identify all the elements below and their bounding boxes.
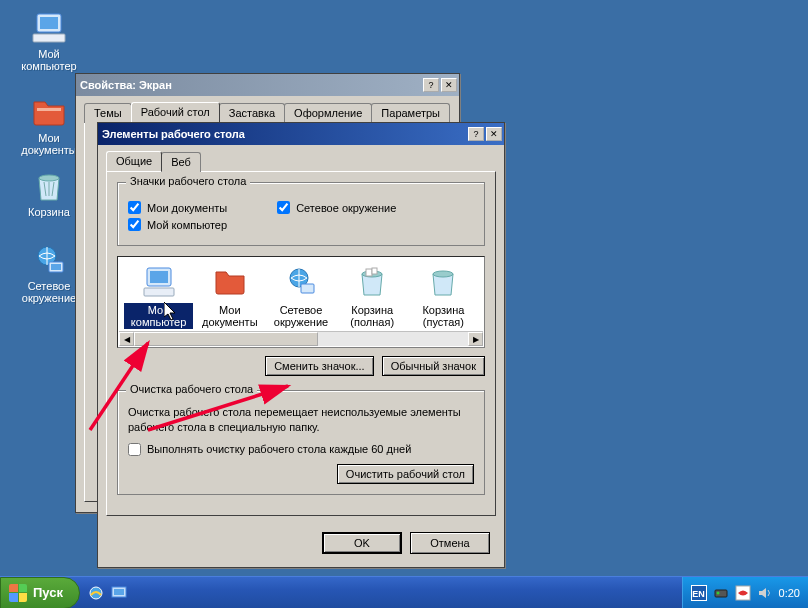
tab-desktop[interactable]: Рабочий стол — [131, 102, 220, 122]
icon-item-recycle-full[interactable]: Корзина (полная) — [338, 265, 407, 329]
tab-strip: Общие Веб — [98, 145, 504, 171]
groupbox-cleanup: Очистка рабочего стола Очистка рабочего … — [117, 390, 485, 495]
horizontal-scrollbar[interactable]: ◀ ▶ — [119, 331, 483, 346]
my-computer-icon — [142, 265, 176, 299]
tab-screensaver[interactable]: Заставка — [219, 103, 285, 123]
groupbox-desktop-icons: Значки рабочего стола Мои документы Мой … — [117, 182, 485, 246]
icon-item-my-documents[interactable]: Мои документы — [195, 265, 264, 329]
svg-point-4 — [39, 175, 59, 181]
icon-item-label: Корзина (пустая) — [409, 303, 478, 329]
taskbar: Пуск EN 0:20 — [0, 576, 808, 608]
cleanup-description: Очистка рабочего стола перемещает неиспо… — [128, 405, 474, 435]
desktop-icon-recycle[interactable]: Корзина — [14, 166, 84, 218]
icon-item-my-computer[interactable]: Мой компьютер — [124, 265, 193, 329]
icon-item-label: Корзина (полная) — [338, 303, 407, 329]
group-legend: Очистка рабочего стола — [126, 383, 257, 395]
ql-desktop-icon[interactable] — [109, 583, 129, 603]
ql-ie-icon[interactable] — [86, 583, 106, 603]
desktop-icon-label: Мои документы — [14, 132, 84, 156]
cleanup-now-button[interactable]: Очистить рабочий стол — [337, 464, 474, 484]
window-title: Элементы рабочего стола — [102, 128, 466, 140]
group-legend: Значки рабочего стола — [126, 175, 250, 187]
checkbox-label[interactable]: Мой компьютер — [147, 219, 227, 231]
checkbox-my-documents[interactable] — [128, 201, 141, 214]
svg-rect-9 — [150, 271, 168, 283]
desktop-icon-my-computer[interactable]: Мой компьютер — [14, 8, 84, 72]
tab-themes[interactable]: Темы — [84, 103, 132, 123]
icon-item-label: Мой компьютер — [124, 303, 193, 329]
svg-rect-19 — [114, 589, 124, 595]
icon-item-label: Мои документы — [195, 303, 264, 329]
icon-item-label: Сетевое окружение — [266, 303, 335, 329]
tab-panel: Значки рабочего стола Мои документы Мой … — [106, 171, 496, 516]
svg-point-16 — [433, 271, 453, 277]
my-documents-icon — [31, 94, 67, 130]
system-tray: EN 0:20 — [682, 577, 808, 608]
tab-settings[interactable]: Параметры — [371, 103, 450, 123]
scroll-right-button[interactable]: ▶ — [468, 332, 483, 346]
default-icon-button[interactable]: Обычный значок — [382, 356, 485, 376]
scroll-track[interactable] — [134, 332, 468, 346]
close-button[interactable]: ✕ — [441, 78, 457, 92]
tray-antivirus-icon[interactable] — [735, 585, 751, 601]
window-title: Свойства: Экран — [80, 79, 421, 91]
clock[interactable]: 0:20 — [779, 587, 800, 599]
checkbox-label[interactable]: Мои документы — [147, 202, 227, 214]
svg-rect-3 — [37, 108, 61, 111]
svg-point-21 — [716, 591, 719, 594]
network-icon — [31, 242, 67, 278]
scroll-thumb[interactable] — [134, 332, 318, 346]
quick-launch — [80, 583, 135, 603]
cancel-button[interactable]: Отмена — [410, 532, 490, 554]
tray-safe-remove-icon[interactable] — [713, 585, 729, 601]
svg-rect-12 — [301, 284, 314, 293]
tab-general[interactable]: Общие — [106, 151, 162, 171]
checkbox-cleanup-60days[interactable] — [128, 443, 141, 456]
ok-button[interactable]: OK — [322, 532, 402, 554]
change-icon-button[interactable]: Сменить значок... — [265, 356, 374, 376]
icon-list: Мой компьютер Мои документы Сетевое окру… — [117, 256, 485, 348]
help-button[interactable]: ? — [423, 78, 439, 92]
checkbox-label[interactable]: Выполнять очистку рабочего стола каждые … — [147, 443, 411, 455]
recycle-empty-icon — [426, 265, 460, 299]
svg-rect-1 — [40, 17, 58, 29]
recycle-bin-icon — [31, 168, 67, 204]
svg-rect-10 — [144, 288, 174, 296]
tab-appearance[interactable]: Оформление — [284, 103, 372, 123]
tab-strip: Темы Рабочий стол Заставка Оформление Па… — [76, 96, 459, 122]
scroll-left-button[interactable]: ◀ — [119, 332, 134, 346]
svg-rect-2 — [33, 34, 65, 42]
network-icon — [284, 265, 318, 299]
start-label: Пуск — [33, 585, 63, 600]
my-computer-icon — [31, 10, 67, 46]
desktop-icon-my-documents[interactable]: Мои документы — [14, 92, 84, 156]
tray-lang-indicator[interactable]: EN — [691, 585, 707, 601]
checkbox-label[interactable]: Сетевое окружение — [296, 202, 396, 214]
desktop-icon-label: Корзина — [26, 206, 72, 218]
desktop-icon-label: Сетевое окружение — [14, 280, 84, 304]
desktop-icon-label: Мой компьютер — [14, 48, 84, 72]
tray-volume-icon[interactable] — [757, 585, 773, 601]
titlebar[interactable]: Элементы рабочего стола ? ✕ — [98, 123, 504, 145]
desktop-icon-network[interactable]: Сетевое окружение — [14, 240, 84, 304]
windows-flag-icon — [9, 584, 27, 602]
window-desktop-items: Элементы рабочего стола ? ✕ Общие Веб Зн… — [97, 122, 505, 568]
icon-item-network[interactable]: Сетевое окружение — [266, 265, 335, 329]
svg-rect-15 — [372, 268, 377, 274]
help-button[interactable]: ? — [468, 127, 484, 141]
tab-web[interactable]: Веб — [161, 152, 201, 172]
recycle-full-icon — [355, 265, 389, 299]
my-documents-icon — [213, 265, 247, 299]
start-button[interactable]: Пуск — [0, 577, 80, 609]
icon-item-recycle-empty[interactable]: Корзина (пустая) — [409, 265, 478, 329]
svg-rect-7 — [51, 264, 61, 270]
close-button[interactable]: ✕ — [486, 127, 502, 141]
svg-rect-14 — [366, 269, 372, 276]
checkbox-my-computer[interactable] — [128, 218, 141, 231]
titlebar[interactable]: Свойства: Экран ? ✕ — [76, 74, 459, 96]
checkbox-network[interactable] — [277, 201, 290, 214]
